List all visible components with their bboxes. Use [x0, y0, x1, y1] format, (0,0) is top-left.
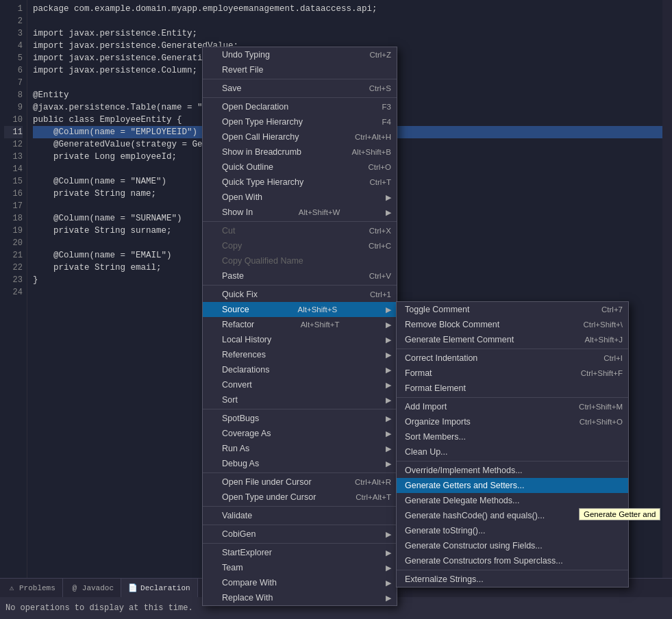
menu-item-save[interactable]: SaveCtrl+S: [203, 81, 397, 96]
editor-scrollbar[interactable]: [662, 0, 672, 578]
menu-item-label: Generate Getters and Setters...: [405, 481, 524, 490]
menu-item-open-file-under-cursor[interactable]: Open File under CursorCtrl+Alt+R: [203, 475, 397, 490]
menu-item-sort[interactable]: Sort▶: [203, 392, 397, 407]
menu-item-source-add-import[interactable]: Add ImportCtrl+Shift+M: [397, 399, 628, 414]
menu-item-source-generate-constructor-using-fields---[interactable]: Generate Constructor using Fields...: [397, 538, 628, 553]
menu-shortcut: Alt+Shift+J: [584, 336, 623, 344]
menu-item-replace-with[interactable]: Replace With▶: [203, 590, 397, 605]
menu-item-label: Generate toString()...: [405, 526, 485, 535]
menu-item-paste[interactable]: PasteCtrl+V: [203, 268, 397, 283]
menu-item-label: Convert: [222, 380, 252, 390]
submenu-arrow-icon: ▶: [386, 444, 391, 453]
menu-item-declarations[interactable]: Declarations▶: [203, 362, 397, 377]
menu-item-label: Team: [222, 563, 243, 572]
menu-item-refactor[interactable]: RefactorAlt+Shift+T▶: [203, 317, 397, 332]
tab-problems[interactable]: ⚠Problems: [0, 579, 63, 597]
submenu-arrow-icon: ▶: [386, 336, 391, 344]
menu-item-label: Validate: [222, 511, 252, 520]
menu-item-source-format[interactable]: FormatCtrl+Shift+F: [397, 366, 628, 381]
code-line-3: import javax.persistence.Entity;: [33, 27, 667, 40]
tab-javadoc[interactable]: @Javadoc: [63, 579, 121, 597]
menu-item-source-override-implement-methods---[interactable]: Override/Implement Methods...: [397, 463, 628, 478]
menu-item-label: Quick Outline: [222, 162, 273, 172]
menu-shortcut: Ctrl+T: [369, 178, 391, 186]
menu-item-show-in-breadcrumb[interactable]: Show in BreadcrumbAlt+Shift+B: [203, 144, 397, 160]
tab-label: Javadoc: [82, 584, 114, 592]
menu-item-source-generate-tostring-----[interactable]: Generate toString()...: [397, 523, 628, 538]
menu-item-source-generate-delegate-methods---[interactable]: Generate Delegate Methods...: [397, 493, 628, 508]
line-number-11: 11: [4, 126, 23, 138]
tab-label: Problems: [19, 584, 55, 592]
menu-item-source-organize-imports[interactable]: Organize ImportsCtrl+Shift+O: [397, 414, 628, 429]
menu-item-open-with[interactable]: Open With▶: [203, 190, 397, 205]
menu-shortcut: Ctrl+Shift+M: [579, 403, 623, 411]
context-menu-primary: Undo TypingCtrl+ZRevert FileSaveCtrl+SOp…: [202, 47, 397, 606]
menu-item-undo-typing[interactable]: Undo TypingCtrl+Z: [203, 47, 397, 62]
line-number-17: 17: [4, 200, 23, 212]
menu-item-team[interactable]: Team▶: [203, 560, 397, 575]
menu-item-references[interactable]: References▶: [203, 347, 397, 362]
menu-item-source-generate-getters-and-setters---[interactable]: Generate Getters and Setters...: [397, 478, 628, 493]
menu-item-show-in[interactable]: Show InAlt+Shift+W▶: [203, 205, 397, 220]
menu-item-label: Generate Element Comment: [405, 335, 514, 344]
menu-item-label: Run As: [222, 444, 249, 453]
menu-item-open-type-under-cursor[interactable]: Open Type under CursorCtrl+Alt+T: [203, 490, 397, 505]
menu-item-source-clean-up---[interactable]: Clean Up...: [397, 444, 628, 459]
menu-item-quick-fix[interactable]: Quick FixCtrl+1: [203, 287, 397, 302]
menu-item-convert[interactable]: Convert▶: [203, 377, 397, 392]
menu-item-label: Generate Delegate Methods...: [405, 496, 519, 505]
menu-item-quick-outline[interactable]: Quick OutlineCtrl+O: [203, 160, 397, 175]
menu-item-source-correct-indentation[interactable]: Correct IndentationCtrl+I: [397, 351, 628, 366]
menu-shortcut: Alt+Shift+W: [299, 208, 340, 216]
menu-item-coverage-as[interactable]: Coverage As▶: [203, 426, 397, 441]
submenu-arrow-icon: ▶: [386, 564, 391, 572]
line-numbers: 123456789101112131415161718192021222324: [0, 0, 27, 578]
menu-item-source-toggle-comment[interactable]: Toggle CommentCtrl+7: [397, 302, 628, 317]
menu-item-local-history[interactable]: Local History▶: [203, 332, 397, 347]
menu-item-label: Copy: [222, 241, 242, 251]
menu-shortcut: F4: [382, 118, 391, 126]
menu-item-open-type-hierarchy[interactable]: Open Type HierarchyF4: [203, 114, 397, 129]
menu-shortcut: Ctrl+X: [369, 227, 391, 235]
tab-label: Declaration: [140, 584, 190, 592]
menu-item-cobigen[interactable]: CobiGen▶: [203, 527, 397, 542]
menu-item-compare-with[interactable]: Compare With▶: [203, 575, 397, 590]
line-number-16: 16: [4, 188, 23, 200]
submenu-arrow-icon: ▶: [386, 530, 391, 539]
line-number-14: 14: [4, 163, 23, 175]
menu-item-source-remove-block-comment[interactable]: Remove Block CommentCtrl+Shift+\: [397, 317, 628, 332]
menu-item-open-declaration[interactable]: Open DeclarationF3: [203, 99, 397, 114]
menu-item-label: Declarations: [222, 365, 269, 375]
menu-item-source-sort-members---[interactable]: Sort Members...: [397, 429, 628, 444]
menu-item-label: Format: [405, 368, 432, 378]
menu-divider-39: [203, 543, 397, 544]
menu-item-label: Debug As: [222, 459, 259, 468]
submenu-arrow-icon: ▶: [386, 396, 391, 405]
menu-item-label: Open Type under Cursor: [222, 492, 316, 502]
code-line-2: [33, 15, 667, 27]
menu-item-label: SpotBugs: [222, 414, 259, 423]
menu-item-source-generate-constructors-from-superclass---[interactable]: Generate Constructors from Superclass...: [397, 553, 628, 568]
tab-declaration[interactable]: 📄Declaration: [121, 579, 198, 597]
menu-item-source-generate-element-comment[interactable]: Generate Element CommentAlt+Shift+J: [397, 332, 628, 347]
menu-divider-2-3: [397, 349, 628, 349]
menu-item-source-externalize-strings---[interactable]: Externalize Strings...: [397, 572, 628, 587]
menu-item-revert-file[interactable]: Revert File: [203, 62, 397, 77]
menu-item-debug-as[interactable]: Debug As▶: [203, 456, 397, 471]
menu-item-startexplorer[interactable]: StartExplorer▶: [203, 545, 397, 560]
line-number-24: 24: [4, 286, 23, 299]
menu-item-validate[interactable]: Validate: [203, 508, 397, 523]
line-number-7: 7: [4, 77, 23, 89]
menu-item-label: Show in Breadcrumb: [222, 147, 301, 157]
menu-item-source-format-element[interactable]: Format Element: [397, 381, 628, 396]
menu-item-run-as[interactable]: Run As▶: [203, 441, 397, 456]
menu-item-source[interactable]: SourceAlt+Shift+S▶: [203, 302, 397, 317]
menu-item-spotbugs[interactable]: SpotBugs▶: [203, 411, 397, 426]
line-number-22: 22: [4, 262, 23, 274]
menu-item-label: Externalize Strings...: [405, 574, 484, 584]
menu-item-open-call-hierarchy[interactable]: Open Call HierarchyCtrl+Alt+H: [203, 129, 397, 144]
problems-icon: ⚠: [7, 583, 16, 593]
menu-divider-27: [203, 409, 397, 409]
menu-item-quick-type-hierarchy[interactable]: Quick Type HierarchyCtrl+T: [203, 175, 397, 190]
menu-item-label: Cut: [222, 226, 235, 236]
